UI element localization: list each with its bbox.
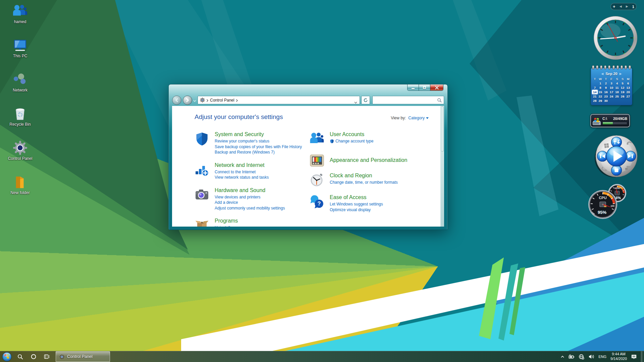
- category-title-link[interactable]: Hardware and Sound: [215, 187, 285, 193]
- calendar-day-cell: 28: [592, 99, 598, 103]
- calendar-next-icon[interactable]: ▶: [620, 72, 622, 75]
- clock-gadget[interactable]: [593, 15, 638, 60]
- category-task-link[interactable]: Change date, time, or number formats: [330, 180, 398, 185]
- gadget-toolbar: + ◀ ▶ 1: [610, 3, 637, 10]
- category-title-link[interactable]: Appearance and Personalization: [330, 157, 407, 163]
- drive-label: C:\: [602, 117, 607, 121]
- view-by-dropdown[interactable]: Category: [408, 116, 429, 120]
- media-previous-button[interactable]: [597, 151, 608, 162]
- calendar-day-cell: 16: [603, 90, 609, 94]
- minimize-button[interactable]: [407, 84, 419, 91]
- desktop-icon-control-panel[interactable]: Control Panel: [3, 140, 37, 161]
- page-title: Adjust your computer's settings: [195, 113, 283, 121]
- scrollbar[interactable]: [440, 106, 444, 227]
- desktop-icon-recycle-bin[interactable]: Recycle Bin: [3, 106, 37, 127]
- battery-button[interactable]: [569, 354, 575, 359]
- breadcrumb-arrow-icon[interactable]: [236, 97, 238, 103]
- clock-icon[interactable]: [310, 173, 324, 187]
- category-task-link[interactable]: Add a device: [215, 200, 285, 205]
- taskbar-search-button[interactable]: [13, 351, 27, 362]
- forward-button[interactable]: [183, 96, 192, 105]
- category-task-link[interactable]: Optimize visual display: [330, 207, 383, 213]
- tray-overflow-button[interactable]: [560, 355, 565, 359]
- category-task-link[interactable]: View network status and tasks: [215, 175, 269, 180]
- ease-of-access-icon[interactable]: ?: [310, 194, 324, 209]
- volume-button[interactable]: [588, 354, 594, 359]
- category-task-link[interactable]: Review your computer's status: [215, 138, 302, 144]
- desktop-icon-new-folder[interactable]: New folder: [3, 174, 37, 195]
- forward-arrow-icon: [185, 98, 190, 103]
- taskbar-task-control-panel[interactable]: Control Panel: [56, 351, 110, 362]
- show-desktop-button[interactable]: [641, 351, 643, 362]
- cortana-icon: [31, 354, 36, 359]
- recent-pages-button[interactable]: [193, 97, 196, 103]
- category-title-link[interactable]: Programs: [215, 218, 250, 224]
- camera-icon[interactable]: [195, 187, 209, 202]
- add-gadget-button[interactable]: +: [613, 4, 615, 9]
- category-body: Hardware and SoundView devices and print…: [215, 187, 285, 211]
- refresh-button[interactable]: [361, 96, 370, 104]
- breadcrumb-arrow-icon[interactable]: [207, 97, 208, 103]
- media-player-gadget: [593, 133, 640, 180]
- display-theme-icon[interactable]: [310, 153, 324, 168]
- close-button[interactable]: [430, 84, 443, 91]
- calendar-day-cell: 24: [609, 94, 614, 99]
- task-view-button[interactable]: [40, 351, 54, 362]
- calendar-empty-cell: [625, 99, 631, 103]
- network-signal-icon[interactable]: [195, 162, 209, 177]
- category-task-link[interactable]: Connect to the Internet: [215, 169, 269, 175]
- gadget-next-icon[interactable]: ▶: [626, 5, 628, 8]
- breadcrumb[interactable]: Control Panel: [210, 98, 234, 103]
- desktop-icon-label: This PC: [13, 54, 28, 58]
- task-button-label: Control Panel: [67, 354, 93, 359]
- calendar-day-cell: 25: [614, 94, 620, 99]
- clock-tray[interactable]: 9:44 AM 9/14/2020: [610, 352, 627, 361]
- address-bar[interactable]: Control Panel: [198, 96, 360, 104]
- category-task-link[interactable]: Backup and Restore (Windows 7): [215, 149, 302, 155]
- users-icon[interactable]: [310, 131, 324, 146]
- drive-usage: 20/49GB: [613, 117, 627, 121]
- category-task-link[interactable]: Let Windows suggest settings: [330, 201, 383, 207]
- category-title-link[interactable]: User Accounts: [330, 131, 373, 137]
- scrollbar-thumb[interactable]: [441, 106, 444, 152]
- back-arrow-icon: [174, 98, 179, 103]
- cortana-button[interactable]: [27, 351, 40, 362]
- box-icon[interactable]: [195, 218, 209, 227]
- desktop-icon-label: New folder: [10, 191, 30, 195]
- address-dropdown-button[interactable]: [354, 99, 357, 105]
- desktop-icon-hamed[interactable]: hamed: [3, 3, 37, 24]
- media-stop-button[interactable]: [611, 165, 622, 176]
- category-title-link[interactable]: Clock and Region: [330, 173, 398, 179]
- gadget-prev-icon[interactable]: ◀: [620, 5, 622, 8]
- category-title-link[interactable]: Network and Internet: [215, 162, 269, 168]
- category-title-link[interactable]: System and Security: [215, 131, 302, 137]
- media-next-button[interactable]: [626, 151, 636, 162]
- media-shuffle-button[interactable]: [611, 137, 622, 147]
- drive-meter-gadget[interactable]: C:\ 20/49GB: [590, 114, 630, 127]
- category-column-right: User AccountsChange account type Appeara…: [310, 131, 434, 220]
- desktop-icon-this-pc[interactable]: This PC: [3, 38, 37, 58]
- category-task-link[interactable]: Adjust commonly used mobility settings: [215, 205, 285, 211]
- calendar-day-cell: 20: [625, 90, 631, 94]
- search-field[interactable]: [372, 96, 444, 104]
- shield-icon[interactable]: [195, 131, 209, 146]
- category-task-link[interactable]: Change account type: [330, 138, 373, 144]
- category-task-link[interactable]: Uninstall a program: [215, 225, 250, 227]
- category-task-link[interactable]: Save backup copies of your files with Fi…: [215, 144, 302, 150]
- calendar-gadget[interactable]: ◀ Sep 20 ▶ TWTFSSM1234567891011121314151…: [591, 66, 632, 105]
- calendar-prev-icon[interactable]: ◀: [601, 72, 603, 75]
- network-button[interactable]: [579, 354, 584, 360]
- search-input[interactable]: [375, 97, 436, 104]
- search-icon[interactable]: [437, 98, 442, 104]
- category-task-link[interactable]: View devices and printers: [215, 194, 285, 200]
- desktop-icon-network[interactable]: Network: [3, 72, 37, 93]
- back-button[interactable]: [172, 96, 181, 105]
- category-body: User AccountsChange account type: [330, 131, 373, 146]
- start-button[interactable]: [0, 351, 13, 362]
- action-center-button[interactable]: [631, 354, 637, 360]
- language-indicator[interactable]: ENG: [598, 355, 606, 359]
- media-play-button[interactable]: [606, 146, 627, 166]
- maximize-button[interactable]: [419, 84, 430, 91]
- category-title-link[interactable]: Ease of Access: [330, 194, 383, 200]
- category-body: System and SecurityReview your computer'…: [215, 131, 302, 155]
